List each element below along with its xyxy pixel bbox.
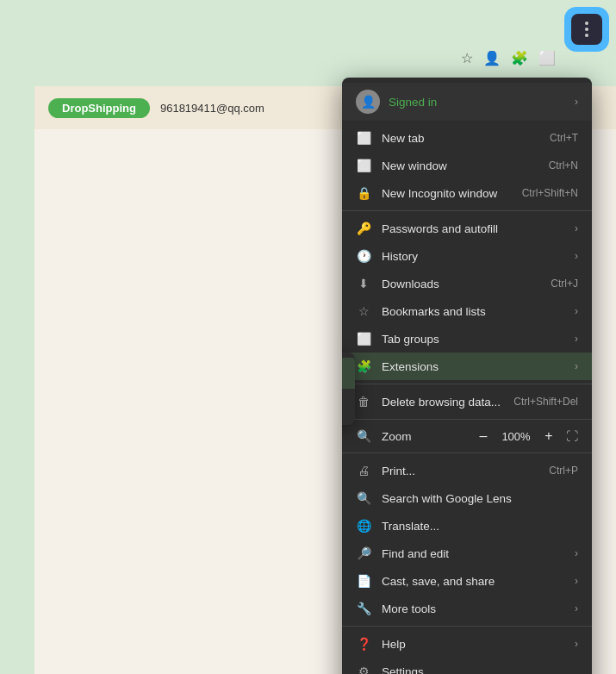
star-icon[interactable]: ☆ bbox=[461, 50, 473, 66]
settings-icon: ⚙ bbox=[356, 664, 371, 674]
menu-item-help[interactable]: ❓ Help › bbox=[342, 630, 592, 658]
bookmarks-label: Bookmarks and lists bbox=[382, 305, 564, 318]
tab-groups-label: Tab groups bbox=[382, 333, 564, 346]
tab-groups-icon: ⬜ bbox=[356, 331, 371, 346]
print-icon: 🖨 bbox=[356, 463, 371, 478]
extensions-menu-icon: 🧩 bbox=[356, 359, 371, 374]
profile-avatar: 👤 bbox=[356, 90, 380, 114]
find-edit-arrow: › bbox=[575, 547, 578, 559]
delete-browsing-label: Delete browsing data... bbox=[382, 396, 503, 409]
signed-in-row[interactable]: 👤 Signed in › bbox=[342, 83, 592, 121]
bookmarks-arrow: › bbox=[575, 305, 578, 317]
passwords-arrow: › bbox=[575, 222, 578, 234]
history-arrow: › bbox=[575, 250, 578, 262]
menu-item-cast-save[interactable]: 📄 Cast, save, and share › bbox=[342, 567, 592, 595]
menu-item-settings[interactable]: ⚙ Settings bbox=[342, 658, 592, 674]
cast-save-icon: 📄 bbox=[356, 573, 371, 589]
extensions-label: Extensions bbox=[382, 360, 564, 373]
passwords-label: Passwords and autofill bbox=[382, 222, 564, 235]
submenu-chrome-store[interactable]: 🖼 Visit Chrome Web Store bbox=[342, 389, 355, 420]
new-window-icon: ⬜ bbox=[356, 158, 371, 173]
menu-item-bookmarks[interactable]: ☆ Bookmarks and lists › bbox=[342, 297, 592, 325]
menu-item-more-tools[interactable]: 🔧 More tools › bbox=[342, 595, 592, 622]
downloads-label: Downloads bbox=[382, 278, 540, 290]
menu-section-delete: 🗑 Delete browsing data... Ctrl+Shift+Del bbox=[342, 384, 592, 420]
zoom-row: 🔍 Zoom – 100% + ⛶ bbox=[342, 423, 592, 449]
extensions-icon[interactable]: 🧩 bbox=[511, 50, 528, 66]
menu-section-zoom: 🔍 Zoom – 100% + ⛶ bbox=[342, 420, 592, 453]
menu-section-misc: ❓ Help › ⚙ Settings ⬛ Exit bbox=[342, 627, 592, 674]
toolbar-icons: ☆ 👤 🧩 ⬜ bbox=[461, 50, 556, 66]
history-icon: 🕐 bbox=[356, 248, 371, 264]
more-tools-arrow: › bbox=[575, 602, 578, 615]
menu-item-new-tab[interactable]: ⬜ New tab Ctrl+T bbox=[342, 124, 592, 152]
print-shortcut: Ctrl+P bbox=[549, 465, 578, 477]
chrome-menu: 👤 Signed in › ⬜ New tab Ctrl+T ⬜ New win… bbox=[342, 78, 592, 674]
dot-2 bbox=[585, 28, 588, 31]
search-lens-icon: 🔍 bbox=[356, 490, 371, 506]
dots-icon bbox=[585, 22, 588, 37]
extensions-submenu: ⬛ Manage Extensions 🖼 Visit Chrome Web S… bbox=[342, 353, 355, 425]
downloads-icon: ⬇ bbox=[356, 276, 371, 291]
three-dot-button[interactable] bbox=[564, 7, 609, 52]
print-label: Print... bbox=[382, 465, 538, 477]
delete-browsing-icon: 🗑 bbox=[356, 394, 371, 409]
menu-item-print[interactable]: 🖨 Print... Ctrl+P bbox=[342, 457, 592, 484]
submenu-manage-extensions[interactable]: ⬛ Manage Extensions bbox=[342, 358, 355, 389]
search-lens-label: Search with Google Lens bbox=[382, 492, 578, 505]
history-label: History bbox=[382, 250, 564, 263]
menu-item-extensions[interactable]: 🧩 Extensions › ⬛ Manage Extensions 🖼 Vis… bbox=[342, 353, 592, 380]
incognito-label: New Incognito window bbox=[382, 187, 512, 200]
translate-icon: 🌐 bbox=[356, 518, 371, 534]
dot-1 bbox=[585, 22, 588, 25]
zoom-value: 100% bbox=[501, 430, 532, 443]
menu-section-actions: 🖨 Print... Ctrl+P 🔍 Search with Google L… bbox=[342, 453, 592, 627]
passwords-icon: 🔑 bbox=[356, 221, 371, 236]
email-display: 961819411@qq.com bbox=[160, 102, 264, 115]
find-edit-label: Find and edit bbox=[382, 547, 564, 560]
menu-item-tab-groups[interactable]: ⬜ Tab groups › bbox=[342, 325, 592, 353]
zoom-icon: 🔍 bbox=[356, 428, 371, 444]
tab-pill[interactable]: DropShipping bbox=[48, 98, 150, 118]
menu-item-find-edit[interactable]: 🔎 Find and edit › bbox=[342, 540, 592, 567]
new-window-shortcut: Ctrl+N bbox=[549, 159, 578, 172]
downloads-shortcut: Ctrl+J bbox=[551, 278, 578, 290]
menu-section-new: ⬜ New tab Ctrl+T ⬜ New window Ctrl+N 🔒 N… bbox=[342, 121, 592, 211]
cast-save-label: Cast, save, and share bbox=[382, 575, 564, 588]
cast-save-arrow: › bbox=[575, 575, 578, 587]
new-window-label: New window bbox=[382, 159, 538, 172]
zoom-plus-button[interactable]: + bbox=[540, 428, 557, 444]
menu-item-search-lens[interactable]: 🔍 Search with Google Lens bbox=[342, 484, 592, 512]
find-edit-icon: 🔎 bbox=[356, 546, 371, 561]
menu-item-delete-browsing[interactable]: 🗑 Delete browsing data... Ctrl+Shift+Del bbox=[342, 388, 592, 415]
help-icon: ❓ bbox=[356, 636, 371, 652]
menu-item-downloads[interactable]: ⬇ Downloads Ctrl+J bbox=[342, 270, 592, 297]
three-dot-inner bbox=[571, 14, 602, 45]
help-label: Help bbox=[382, 638, 564, 651]
menu-item-translate[interactable]: 🌐 Translate... bbox=[342, 512, 592, 540]
new-tab-label: New tab bbox=[382, 132, 539, 145]
puzzle-icon[interactable]: ⬜ bbox=[538, 50, 556, 66]
more-tools-icon: 🔧 bbox=[356, 601, 371, 616]
incognito-icon: 🔒 bbox=[356, 185, 371, 201]
incognito-shortcut: Ctrl+Shift+N bbox=[522, 187, 578, 199]
delete-browsing-shortcut: Ctrl+Shift+Del bbox=[513, 396, 578, 408]
zoom-label: Zoom bbox=[382, 430, 412, 443]
help-arrow: › bbox=[575, 638, 578, 650]
zoom-expand-button[interactable]: ⛶ bbox=[566, 429, 578, 443]
menu-item-passwords[interactable]: 🔑 Passwords and autofill › bbox=[342, 215, 592, 242]
translate-label: Translate... bbox=[382, 520, 578, 533]
zoom-minus-button[interactable]: – bbox=[475, 428, 492, 444]
signed-in-arrow: › bbox=[575, 96, 578, 108]
menu-item-new-window[interactable]: ⬜ New window Ctrl+N bbox=[342, 152, 592, 179]
bookmarks-icon: ☆ bbox=[356, 303, 371, 319]
profile-icon[interactable]: 👤 bbox=[483, 50, 501, 66]
menu-item-history[interactable]: 🕐 History › bbox=[342, 242, 592, 270]
tab-groups-arrow: › bbox=[575, 333, 578, 345]
new-tab-shortcut: Ctrl+T bbox=[550, 132, 578, 144]
signed-in-label: Signed in bbox=[389, 96, 566, 109]
menu-section-tools: 🔑 Passwords and autofill › 🕐 History › ⬇… bbox=[342, 211, 592, 384]
menu-item-incognito[interactable]: 🔒 New Incognito window Ctrl+Shift+N bbox=[342, 179, 592, 207]
zoom-controls: – 100% + ⛶ bbox=[475, 428, 578, 444]
dot-3 bbox=[585, 34, 588, 37]
